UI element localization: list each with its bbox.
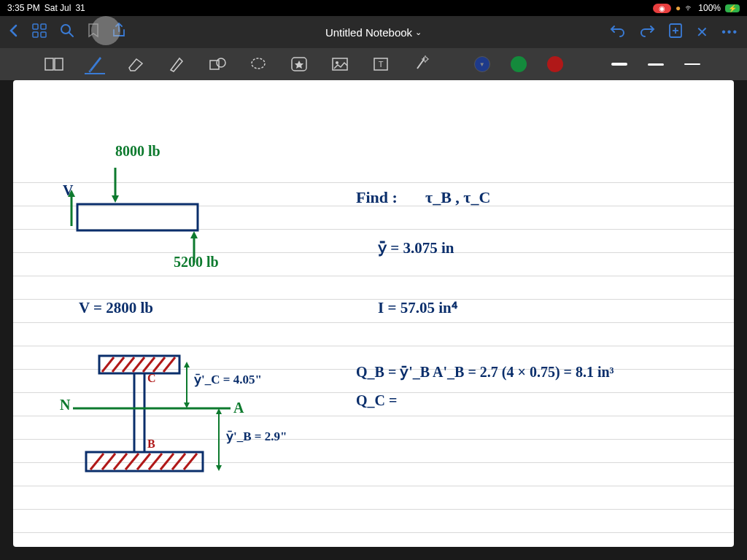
grid-icon[interactable] (32, 23, 47, 41)
svg-line-32 (133, 357, 144, 372)
svg-rect-24 (77, 204, 198, 230)
stroke-small[interactable] (684, 63, 700, 65)
page-tool[interactable] (44, 54, 64, 74)
chevron-down-icon: ⌄ (415, 28, 422, 37)
v-equation: V = 2800 lb (79, 299, 153, 317)
svg-line-42 (125, 454, 139, 470)
status-dot: ● (676, 3, 681, 13)
color-green[interactable] (511, 56, 527, 72)
more-icon[interactable]: ••• (721, 26, 738, 39)
add-page-button[interactable] (668, 23, 683, 42)
svg-line-41 (114, 454, 127, 470)
pen-tool[interactable] (85, 54, 105, 74)
svg-line-45 (160, 454, 174, 470)
svg-line-30 (112, 357, 124, 372)
load2-label: 5200 lb (174, 254, 219, 271)
N-label: N (60, 397, 70, 413)
svg-line-33 (143, 357, 155, 372)
wifi-icon: ᯤ (685, 3, 694, 13)
favorites-tool[interactable] (289, 54, 309, 74)
I-label: I = 57.05 in⁴ (378, 299, 457, 317)
B-label: B (147, 438, 155, 451)
svg-line-47 (184, 454, 197, 470)
canvas[interactable]: 8000 lb V 5200 lb V = 2800 lb Find : τ_B… (13, 80, 734, 547)
color-blue[interactable]: ▼ (474, 56, 490, 72)
svg-line-44 (149, 454, 162, 470)
svg-line-29 (102, 357, 114, 372)
svg-point-13 (252, 58, 265, 69)
status-bar: 3:35 PM Sat Jul 31 ◉ ● ᯤ 100% ⚡ (0, 0, 747, 16)
battery-icon: ⚡ (725, 4, 740, 12)
yb-label: ȳ'_B = 2.9" (226, 429, 287, 444)
svg-point-12 (217, 58, 225, 67)
svg-rect-2 (33, 32, 38, 37)
toolbar: T ▼ (0, 48, 747, 80)
QC-label: Q_C = (356, 392, 397, 409)
stroke-large[interactable] (611, 63, 627, 66)
svg-point-4 (61, 25, 70, 34)
ybar-label: ȳ = 3.075 in (378, 239, 454, 257)
status-day: Sat Jul (44, 3, 71, 13)
yc-label: ȳ'_C = 4.05" (194, 372, 262, 387)
search-icon[interactable] (60, 23, 74, 41)
svg-rect-9 (45, 58, 53, 70)
status-time: 3:35 PM (7, 3, 40, 13)
lasso-tool[interactable] (248, 54, 268, 74)
svg-rect-10 (55, 58, 63, 70)
find-values: τ_B , τ_C (425, 188, 490, 207)
svg-rect-1 (41, 24, 46, 29)
svg-line-31 (123, 357, 134, 372)
QB-label: Q_B = ȳ'_B A'_B = 2.7 (4 × 0.75) = 8.1 i… (356, 363, 614, 381)
A-label: A (233, 400, 244, 416)
shape-tool[interactable] (207, 54, 228, 74)
document-title[interactable]: Untitled Notebook ⌄ (325, 26, 422, 39)
status-date: 31 (75, 3, 85, 13)
recording-badge: ◉ (653, 4, 671, 13)
svg-line-43 (137, 454, 150, 470)
svg-rect-0 (33, 24, 38, 29)
svg-line-35 (163, 357, 175, 372)
text-tool[interactable]: T (371, 54, 391, 74)
svg-rect-3 (41, 32, 46, 37)
close-button[interactable]: ✕ (696, 23, 708, 41)
redo-button[interactable] (639, 24, 655, 40)
load1-label: 8000 lb (115, 143, 160, 160)
svg-line-5 (69, 33, 73, 36)
color-red[interactable] (547, 56, 563, 72)
svg-point-16 (336, 61, 338, 64)
back-button[interactable] (9, 24, 19, 40)
svg-line-34 (153, 357, 165, 372)
eraser-tool[interactable] (125, 54, 146, 74)
svg-line-46 (172, 454, 185, 470)
undo-button[interactable] (610, 24, 626, 40)
svg-line-39 (90, 454, 104, 470)
pointer-tool[interactable] (411, 54, 432, 74)
v-label: V (63, 182, 73, 199)
find-label: Find : (356, 188, 398, 207)
battery-text: 100% (698, 3, 721, 13)
highlighter-tool[interactable] (166, 54, 187, 74)
svg-line-40 (102, 454, 115, 470)
cursor-indicator (91, 16, 120, 45)
svg-text:T: T (379, 60, 384, 69)
image-tool[interactable] (330, 54, 350, 74)
C-label: C (147, 372, 156, 385)
stroke-medium[interactable] (648, 63, 664, 66)
